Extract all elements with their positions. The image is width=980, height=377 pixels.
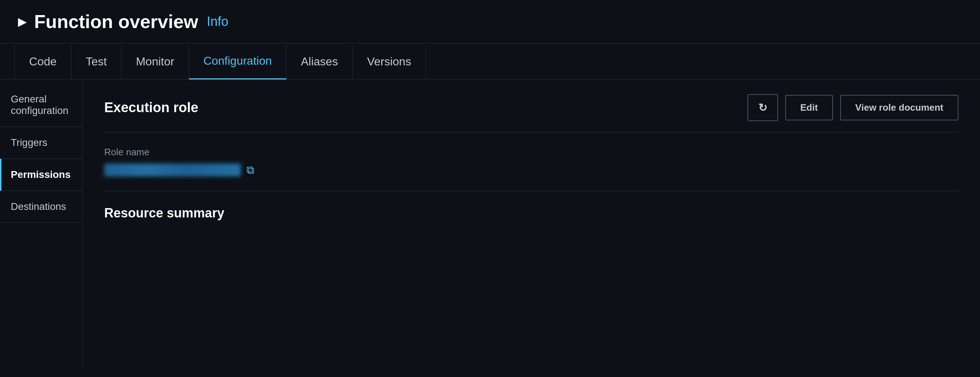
sidebar: General configuration Triggers Permissio… [0, 80, 83, 367]
section-actions: ↻ Edit View role document [748, 94, 958, 121]
main-content: General configuration Triggers Permissio… [0, 80, 980, 367]
view-role-document-button[interactable]: View role document [840, 95, 958, 120]
role-name-value: ⧉ [104, 164, 958, 177]
role-name-blurred [104, 164, 241, 177]
tab-monitor[interactable]: Monitor [121, 44, 189, 79]
role-name-field-group: Role name ⧉ [104, 146, 958, 191]
role-name-label: Role name [104, 146, 958, 158]
resource-summary-section: Resource summary [104, 205, 958, 221]
function-overview-header: ▶ Function overview Info [0, 0, 980, 43]
expand-arrow-icon[interactable]: ▶ [18, 15, 27, 29]
refresh-icon: ↻ [758, 101, 767, 114]
tab-aliases[interactable]: Aliases [286, 44, 353, 79]
execution-role-title: Execution role [104, 100, 198, 115]
info-link[interactable]: Info [207, 14, 229, 29]
tab-test[interactable]: Test [72, 44, 122, 79]
page-title: Function overview [34, 11, 198, 32]
tab-code[interactable]: Code [14, 44, 72, 79]
external-link-icon[interactable]: ⧉ [247, 164, 254, 177]
resource-summary-title: Resource summary [104, 205, 958, 221]
content-panel: Execution role ↻ Edit View role document… [83, 80, 980, 367]
tab-configuration[interactable]: Configuration [189, 43, 286, 80]
sidebar-item-general-configuration[interactable]: General configuration [0, 83, 82, 127]
sidebar-item-permissions[interactable]: Permissions [0, 159, 82, 191]
tab-bar: Code Test Monitor Configuration Aliases … [0, 43, 980, 80]
execution-role-header: Execution role ↻ Edit View role document [104, 94, 958, 132]
sidebar-item-destinations[interactable]: Destinations [0, 191, 82, 223]
sidebar-item-triggers[interactable]: Triggers [0, 127, 82, 159]
refresh-button[interactable]: ↻ [748, 94, 778, 121]
edit-button[interactable]: Edit [785, 95, 833, 120]
tab-versions[interactable]: Versions [353, 44, 426, 79]
